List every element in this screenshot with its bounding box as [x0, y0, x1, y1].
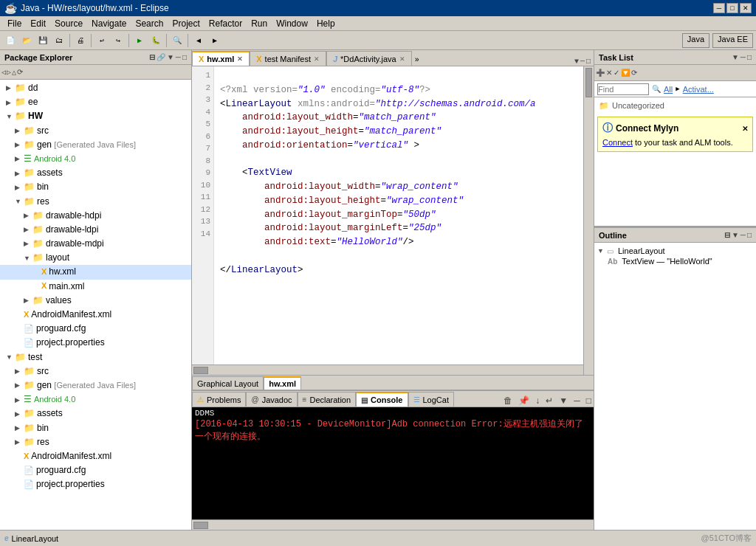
outline-collapse-icon[interactable]: ⊟ — [724, 231, 730, 239]
tree-item-project-props[interactable]: 📄 project.properties — [0, 336, 191, 350]
tree-item-test-gen[interactable]: ▶ 📁 gen [Generated Java Files] — [0, 379, 191, 393]
redo-button[interactable]: ↪ — [111, 33, 126, 48]
close-tab-hw-xml[interactable]: ✕ — [237, 55, 243, 63]
tree-item-hw[interactable]: ▼ 📁 HW — [0, 109, 191, 123]
tab-javadoc[interactable]: @ Javadoc — [246, 392, 297, 407]
task-list-minimize-icon[interactable]: ─ — [740, 53, 746, 61]
tree-item-bin[interactable]: ▶ 📁 bin — [0, 180, 191, 194]
tree-item-test-manifest[interactable]: X AndroidManifest.xml — [0, 449, 191, 463]
task-filter-activations[interactable]: Activat... — [683, 85, 714, 94]
tree-item-drawable-ldpi[interactable]: ▶ 📁 drawable-ldpi — [0, 223, 191, 237]
tree-item-test-src[interactable]: ▶ 📁 src — [0, 364, 191, 379]
pe-forward-icon[interactable]: ▷ — [7, 68, 11, 77]
console-pin-icon[interactable]: 📌 — [516, 395, 532, 407]
task-filter-icon[interactable]: 🔽 — [621, 69, 630, 77]
collapse-all-icon[interactable]: ⊟ — [149, 53, 155, 61]
tree-item-test-assets[interactable]: ▶ 📁 assets — [0, 407, 191, 421]
editor-h-scrollbar[interactable] — [192, 364, 583, 375]
task-search-input[interactable] — [597, 83, 649, 95]
tree-item-assets[interactable]: ▶ 📁 assets — [0, 166, 191, 180]
link-with-editor-icon[interactable]: 🔗 — [157, 53, 165, 61]
save-button[interactable]: 💾 — [35, 33, 50, 48]
task-complete-icon[interactable]: ✓ — [614, 69, 619, 77]
outline-minimize-icon[interactable]: ─ — [740, 231, 746, 239]
save-all-button[interactable]: 🗂 — [52, 33, 66, 48]
tree-item-main-xml[interactable]: X main.xml — [0, 280, 191, 294]
tree-item-hw-xml[interactable]: X hw.xml — [0, 265, 191, 279]
console-scroll-icon[interactable]: ↓ — [533, 395, 542, 407]
editor-minimize-icon[interactable]: ─ — [580, 58, 585, 66]
tree-item-proguard[interactable]: 📄 proguard.cfg — [0, 322, 191, 336]
task-sync-icon[interactable]: ⟳ — [631, 69, 637, 77]
menu-project[interactable]: Project — [168, 17, 204, 30]
editor-panel-menu-icon[interactable]: ▼ — [574, 58, 579, 66]
minimize-panel-icon[interactable]: ─ — [176, 53, 181, 61]
tab-overflow-button[interactable]: » — [412, 55, 422, 66]
tree-item-test-android40[interactable]: ▶ ☰ Android 4.0 — [0, 393, 191, 407]
pe-refresh-icon[interactable]: ⟳ — [17, 68, 23, 77]
console-clear-icon[interactable]: 🗑 — [501, 395, 515, 407]
open-button[interactable]: 📂 — [19, 33, 34, 48]
console-h-scrollbar[interactable] — [192, 519, 594, 530]
close-button[interactable]: ✕ — [740, 3, 752, 13]
menu-window[interactable]: Window — [272, 17, 312, 30]
menu-run[interactable]: Run — [247, 17, 272, 30]
undo-button[interactable]: ↩ — [94, 33, 109, 48]
menu-navigate[interactable]: Navigate — [87, 17, 131, 30]
task-filter-all[interactable]: All — [664, 85, 673, 94]
menu-help[interactable]: Help — [312, 17, 340, 30]
close-tab-ddactivity[interactable]: ✕ — [399, 55, 405, 63]
tree-item-src[interactable]: ▶ 📁 src — [0, 124, 191, 138]
menu-file[interactable]: File — [3, 17, 26, 30]
tree-item-drawable-mdpi[interactable]: ▶ 📁 drawable-mdpi — [0, 237, 191, 251]
forward-button[interactable]: ▶ — [207, 33, 222, 48]
maximize-button[interactable]: □ — [726, 3, 738, 13]
bottom-panel-menu[interactable]: ▼ — [557, 395, 570, 407]
bottom-panel-minimize[interactable]: ─ — [571, 395, 583, 407]
outline-menu-icon[interactable]: ▼ — [732, 231, 739, 239]
menu-search[interactable]: Search — [131, 17, 168, 30]
maximize-panel-icon[interactable]: □ — [182, 53, 187, 61]
tree-item-res[interactable]: ▼ 📁 res — [0, 195, 191, 209]
tree-item-manifest[interactable]: X AndroidManifest.xml — [0, 308, 191, 322]
tree-item-test-project-props[interactable]: 📄 project.properties — [0, 477, 191, 491]
editor-content[interactable]: 12345 678910 11121314 <?xml version="1.0… — [192, 66, 583, 375]
tree-item-test-proguard[interactable]: 📄 proguard.cfg — [0, 463, 191, 477]
menu-refactor[interactable]: Refactor — [205, 17, 247, 30]
debug-button[interactable]: 🐛 — [148, 33, 163, 48]
tree-item-drawable-hdpi[interactable]: ▶ 📁 drawable-hdpi — [0, 209, 191, 223]
new-button[interactable]: 📄 — [3, 33, 18, 48]
tree-item-layout[interactable]: ▼ 📁 layout — [0, 251, 191, 265]
editor-v-scrollbar[interactable] — [583, 66, 594, 375]
task-list-menu-icon[interactable]: ▼ — [732, 53, 739, 61]
tree-item-dd[interactable]: ▶ 📁 dd — [0, 81, 191, 95]
java-perspective-button[interactable]: Java — [682, 33, 709, 48]
outline-item-linear-layout[interactable]: ▼ ▭ LinearLayout — [597, 246, 753, 256]
code-display[interactable]: <?xml version="1.0" encoding="utf-8"?> <… — [214, 66, 583, 364]
java-ee-perspective-button[interactable]: Java EE — [712, 33, 753, 48]
pe-up-icon[interactable]: △ — [12, 68, 16, 77]
tab-ddactivity[interactable]: J *DdActivity.java ✕ — [326, 51, 412, 66]
mylyn-connect-link[interactable]: Connect — [602, 138, 633, 147]
task-list-maximize-icon[interactable]: □ — [747, 53, 752, 61]
tree-item-test-bin[interactable]: ▶ 📁 bin — [0, 421, 191, 435]
menu-edit[interactable]: Edit — [26, 17, 50, 30]
print-button[interactable]: 🖨 — [73, 33, 88, 48]
menu-source[interactable]: Source — [50, 17, 87, 30]
outline-item-textview[interactable]: Ab TextView — "HelloWorld" — [597, 256, 753, 266]
console-word-wrap-icon[interactable]: ↵ — [543, 395, 555, 407]
panel-menu-icon[interactable]: ▼ — [167, 53, 174, 61]
tab-console[interactable]: ▤ Console — [356, 392, 408, 407]
tab-problems[interactable]: ⚠ Problems — [192, 392, 246, 407]
tab-hw-xml-source[interactable]: hw.xml — [264, 376, 301, 390]
uncategorized-item[interactable]: 📁 Uncategorized — [594, 97, 756, 114]
tab-hw-xml[interactable]: X hw.xml ✕ — [192, 51, 250, 66]
mylyn-close-icon[interactable]: ✕ — [742, 125, 748, 133]
tree-item-ee[interactable]: ▶ 📁 ee — [0, 95, 191, 109]
search-button[interactable]: 🔍 — [170, 33, 185, 48]
outline-maximize-icon[interactable]: □ — [747, 231, 752, 239]
bottom-panel-maximize[interactable]: □ — [584, 395, 594, 407]
tab-declaration[interactable]: ≡ Declaration — [298, 392, 356, 407]
editor-maximize-icon[interactable]: □ — [586, 58, 591, 66]
tree-item-test[interactable]: ▼ 📁 test — [0, 350, 191, 364]
